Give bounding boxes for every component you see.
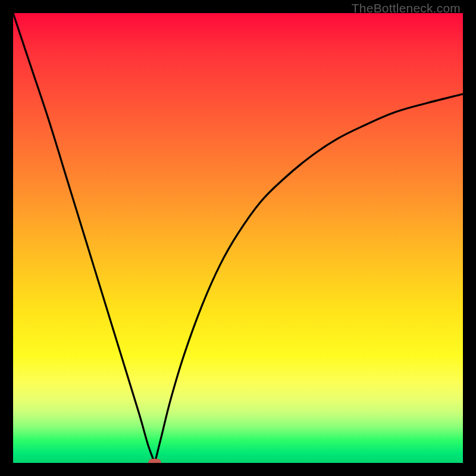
- chart-frame: TheBottleneck.com: [0, 0, 476, 476]
- plot-area: [13, 13, 463, 463]
- minimum-marker: [148, 459, 161, 463]
- bottleneck-curve: [13, 13, 463, 463]
